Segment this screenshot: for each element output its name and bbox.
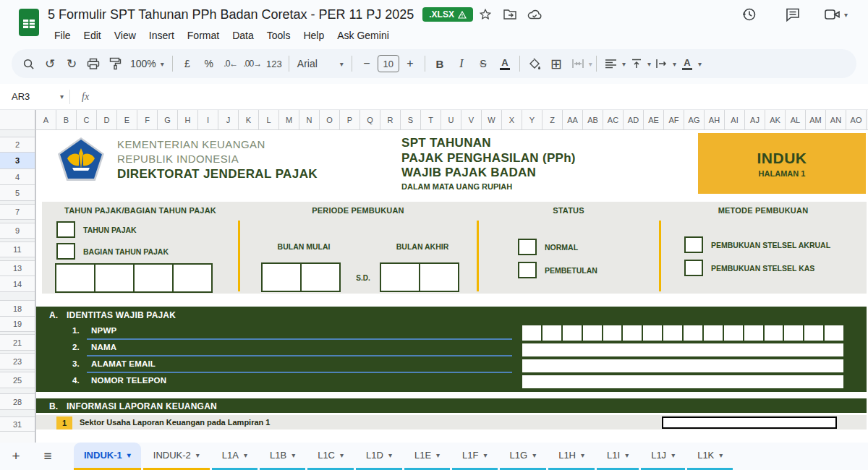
chevron-down-icon[interactable]: ▾: [244, 451, 247, 459]
year-digit-box[interactable]: [94, 263, 135, 293]
year-digit-box[interactable]: [133, 263, 174, 293]
column-header[interactable]: G: [158, 110, 178, 130]
row-header[interactable]: 13: [0, 261, 35, 276]
row-header[interactable]: 9: [0, 223, 35, 239]
comments-icon[interactable]: [780, 4, 805, 25]
column-header[interactable]: U: [441, 110, 461, 130]
row-header[interactable]: 2: [0, 137, 35, 153]
column-header[interactable]: Y: [522, 110, 542, 130]
sheet-tab[interactable]: L1E ▾: [404, 443, 450, 470]
npwp-digit-box[interactable]: [704, 325, 723, 341]
npwp-digit-box[interactable]: [684, 325, 702, 341]
document-title[interactable]: 5 Formulir SPT Tahunan PPh Badan Coretax…: [48, 7, 414, 22]
chevron-down-icon[interactable]: ▾: [671, 451, 675, 459]
row-header[interactable]: [0, 292, 35, 301]
checkbox[interactable]: [56, 221, 75, 238]
menu-item[interactable]: Help: [297, 28, 331, 43]
google-sheets-logo[interactable]: [19, 9, 39, 36]
column-header[interactable]: V: [461, 110, 482, 130]
column-header[interactable]: AF: [664, 110, 684, 130]
checkbox[interactable]: [684, 236, 703, 253]
npwp-digit-box[interactable]: [724, 325, 743, 341]
select-all-corner[interactable]: [0, 110, 36, 130]
npwp-digit-box[interactable]: [623, 325, 642, 341]
row-header[interactable]: 7: [0, 205, 35, 220]
npwp-digit-box[interactable]: [643, 325, 662, 341]
menu-item[interactable]: Data: [226, 28, 260, 43]
column-header[interactable]: L: [259, 110, 279, 130]
move-folder-icon[interactable]: [498, 4, 522, 25]
redo-icon[interactable]: ↻: [61, 53, 82, 74]
sheet-tab[interactable]: L1J ▾: [641, 443, 685, 470]
column-header[interactable]: X: [502, 110, 522, 130]
vertical-align-button[interactable]: [626, 53, 647, 74]
column-header[interactable]: F: [137, 110, 158, 130]
add-sheet-button[interactable]: +: [0, 443, 32, 470]
sheet-tab[interactable]: L1K ▾: [687, 443, 733, 470]
column-header[interactable]: AA: [563, 110, 583, 130]
column-header[interactable]: M: [279, 110, 299, 130]
npwp-digit-box[interactable]: [784, 325, 803, 341]
column-header[interactable]: O: [320, 110, 340, 130]
font-select[interactable]: Arial▾: [293, 58, 348, 69]
column-header[interactable]: T: [421, 110, 441, 130]
sheet-tab[interactable]: L1C ▾: [307, 443, 354, 470]
npwp-digit-box[interactable]: [542, 325, 561, 341]
chevron-down-icon[interactable]: ▾: [589, 60, 592, 68]
column-header[interactable]: H: [178, 110, 198, 130]
undo-icon[interactable]: ↺: [39, 53, 61, 74]
star-icon[interactable]: [473, 4, 498, 25]
menu-item[interactable]: View: [108, 28, 142, 43]
strikethrough-button[interactable]: S: [472, 53, 494, 74]
checkbox[interactable]: [684, 260, 703, 276]
row-header[interactable]: 28: [0, 394, 35, 410]
menu-item[interactable]: Edit: [77, 28, 108, 43]
column-header[interactable]: P: [340, 110, 360, 130]
borders-button[interactable]: ⊞: [545, 53, 567, 74]
npwp-digit-box[interactable]: [663, 325, 682, 341]
row-header[interactable]: 23: [0, 354, 35, 369]
column-header[interactable]: AN: [826, 110, 846, 130]
month-digit-box[interactable]: [300, 262, 341, 292]
chevron-down-icon[interactable]: ▾: [388, 451, 392, 459]
month-digit-box[interactable]: [261, 262, 302, 292]
cloud-status-icon[interactable]: [522, 4, 547, 25]
npwp-digit-box[interactable]: [744, 325, 763, 341]
version-history-icon[interactable]: [737, 4, 762, 25]
text-color-button[interactable]: A: [494, 53, 516, 74]
column-header[interactable]: W: [482, 110, 502, 130]
nama-input[interactable]: [522, 343, 843, 356]
column-header[interactable]: AJ: [745, 110, 765, 130]
sektor-usaha-input[interactable]: [662, 416, 837, 429]
checkbox[interactable]: [56, 243, 75, 260]
column-header[interactable]: I: [198, 110, 218, 130]
chevron-down-icon[interactable]: ▾: [698, 60, 702, 68]
spreadsheet-canvas[interactable]: KEMENTERIAN KEUANGAN REPUBLIK INDONESIA …: [36, 130, 868, 443]
column-header[interactable]: R: [380, 110, 401, 130]
chevron-down-icon[interactable]: ▾: [625, 451, 629, 459]
year-digit-box[interactable]: [172, 263, 213, 293]
sheet-tab[interactable]: L1I ▾: [597, 443, 639, 470]
sheet-tab[interactable]: L1A ▾: [212, 443, 258, 470]
month-digit-box[interactable]: [419, 262, 459, 292]
column-header[interactable]: AI: [725, 110, 745, 130]
column-header[interactable]: AB: [583, 110, 603, 130]
row-header[interactable]: 19: [0, 317, 35, 332]
print-icon[interactable]: [82, 53, 104, 74]
number-format-button[interactable]: 123: [263, 53, 285, 74]
menu-item[interactable]: Insert: [142, 28, 181, 43]
column-header[interactable]: AG: [684, 110, 705, 130]
column-header[interactable]: AM: [806, 110, 826, 130]
chevron-down-icon[interactable]: ▾: [292, 451, 295, 459]
sheet-tab[interactable]: INDUK-1 ▾: [74, 443, 141, 470]
row-header[interactable]: [0, 130, 35, 137]
zoom-select[interactable]: 100%▾: [126, 58, 169, 69]
paint-format-icon[interactable]: [104, 53, 126, 74]
decrease-decimal-button[interactable]: .0←: [220, 53, 242, 74]
column-header[interactable]: AC: [603, 110, 624, 130]
column-header[interactable]: AD: [624, 110, 644, 130]
increase-decimal-button[interactable]: .00→: [242, 53, 263, 74]
column-header[interactable]: AO: [846, 110, 867, 130]
column-header[interactable]: D: [97, 110, 117, 130]
checkbox[interactable]: [518, 239, 537, 255]
